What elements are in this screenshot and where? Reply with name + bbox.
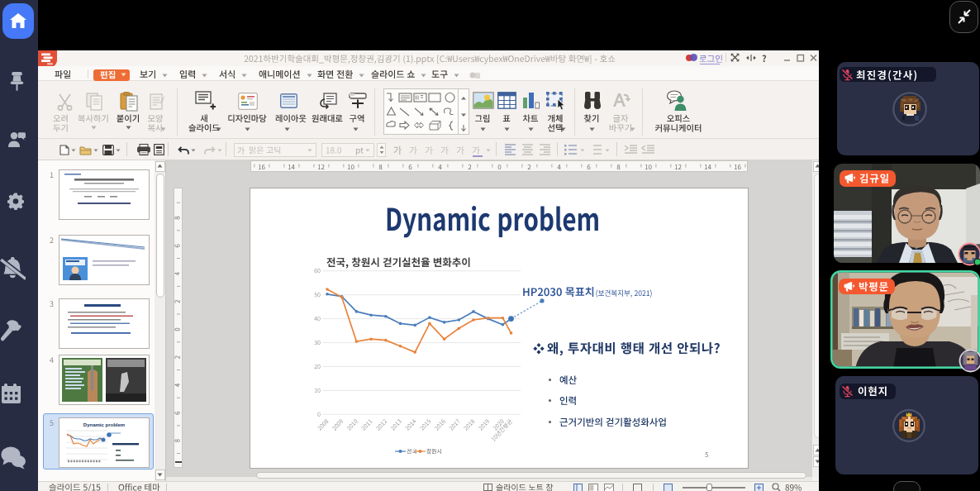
svg-text:Dynamic problem: Dynamic problem — [83, 422, 125, 427]
